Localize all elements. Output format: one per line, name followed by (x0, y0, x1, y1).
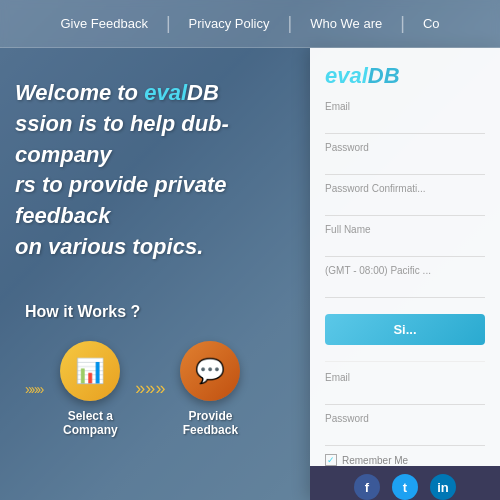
timezone-input[interactable] (325, 279, 485, 298)
who-we-are-link[interactable]: Who We are (292, 16, 400, 31)
signin-password-input[interactable] (325, 427, 485, 446)
fullname-field: Full Name (325, 224, 485, 257)
section-divider (325, 361, 485, 362)
signin-email-label: Email (325, 372, 485, 383)
steps-row: »»» 📊 Select a Company »»» 💬 Provide Fee… (25, 341, 290, 437)
step-2-label: Provide Feedback (170, 409, 250, 437)
nav-links: Give Feedback | Privacy Policy | Who We … (42, 13, 457, 34)
signin-email-field: Email (325, 372, 485, 405)
card-brand-db: DB (368, 63, 400, 88)
step-1: 📊 Select a Company (50, 341, 130, 437)
fullname-label: Full Name (325, 224, 485, 235)
how-it-works-title: How it Works ? (25, 303, 290, 321)
main-content: Welcome to evalDB ssion is to help dub-c… (0, 48, 500, 500)
social-footer: f t in (310, 466, 500, 500)
step-1-label: Select a Company (50, 409, 130, 437)
give-feedback-link[interactable]: Give Feedback (42, 16, 165, 31)
timezone-field: (GMT - 08:00) Pacific ... (325, 265, 485, 298)
remember-me-checkbox[interactable]: ✓ (325, 454, 337, 466)
deco-arrows-left: »»» (25, 381, 42, 397)
linkedin-icon[interactable]: in (430, 474, 456, 500)
signin-email-input[interactable] (325, 386, 485, 405)
email-signup-label: Email (325, 101, 485, 112)
signup-button[interactable]: Si... (325, 314, 485, 345)
fullname-input[interactable] (325, 238, 485, 257)
step-arrow: »»» (135, 378, 165, 399)
how-it-works-section: How it Works ? »»» 📊 Select a Company »»… (25, 303, 290, 437)
contact-link[interactable]: Co (405, 16, 458, 31)
welcome-prefix: Welcome to (15, 80, 144, 105)
facebook-icon[interactable]: f (354, 474, 380, 500)
password-confirm-input[interactable] (325, 197, 485, 216)
signup-card: evalDB Email Password Password Confirmat… (310, 48, 500, 500)
password-confirm-field: Password Confirmati... (325, 183, 485, 216)
card-brand: evalDB (325, 63, 485, 89)
tagline-2: rs to provide private feedback (15, 172, 227, 228)
remember-me-label: Remember Me (342, 455, 408, 466)
brand-db: DB (187, 80, 219, 105)
remember-me-row: ✓ Remember Me (325, 454, 485, 466)
tagline-1: ssion is to help dub-company (15, 111, 229, 167)
password-confirm-label: Password Confirmati... (325, 183, 485, 194)
email-signup-input[interactable] (325, 115, 485, 134)
twitter-icon[interactable]: t (392, 474, 418, 500)
signin-section: Email Password ✓ Remember Me (325, 372, 485, 466)
card-brand-eval: eval (325, 63, 368, 88)
password-signup-field: Password (325, 142, 485, 175)
welcome-text: Welcome to evalDB ssion is to help dub-c… (15, 78, 290, 263)
left-panel: Welcome to evalDB ssion is to help dub-c… (0, 48, 310, 500)
step-2: 💬 Provide Feedback (170, 341, 250, 437)
timezone-label: (GMT - 08:00) Pacific ... (325, 265, 485, 276)
tagline-3: on various topics. (15, 234, 203, 259)
email-signup-field: Email (325, 101, 485, 134)
signin-password-field: Password (325, 413, 485, 446)
step-1-icon: 📊 (60, 341, 120, 401)
step-2-icon: 💬 (180, 341, 240, 401)
password-signup-input[interactable] (325, 156, 485, 175)
navbar: Give Feedback | Privacy Policy | Who We … (0, 0, 500, 48)
password-signup-label: Password (325, 142, 485, 153)
brand-eval: eval (144, 80, 187, 105)
signin-password-label: Password (325, 413, 485, 424)
privacy-policy-link[interactable]: Privacy Policy (171, 16, 288, 31)
